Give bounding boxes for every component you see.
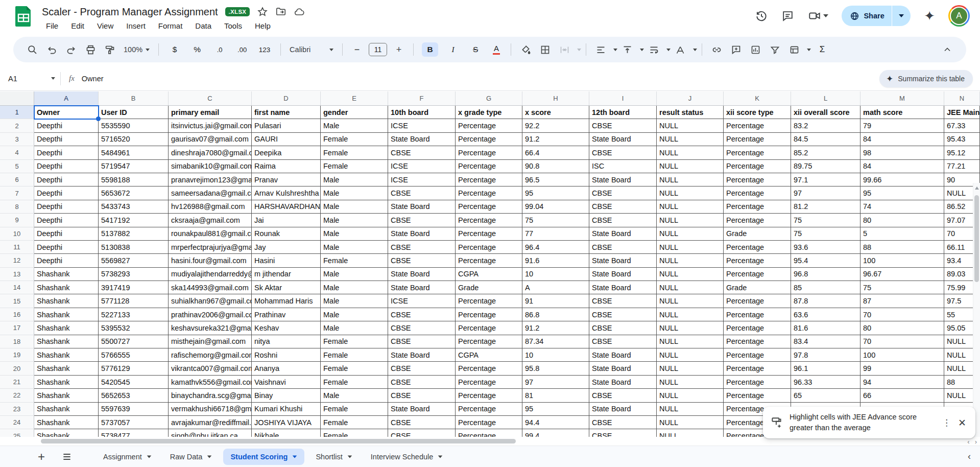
cell-C9[interactable]: cksraaja@gmail.com [169,214,252,227]
more-formats-button[interactable]: 123 [257,43,272,56]
cell-E18[interactable]: Female [321,335,388,348]
menu-file[interactable]: File [42,20,62,31]
menu-tools[interactable]: Tools [220,20,246,31]
cell-A1[interactable]: Owner [34,106,99,119]
cell-A3[interactable]: Deepthi [34,133,99,146]
cell-F5[interactable]: ICSE [388,160,456,173]
cell-C21[interactable]: kamathvk556@gmail.com [169,376,252,389]
cell-K21[interactable]: Percentage [724,376,791,389]
cell-D23[interactable]: Kumari Khushi [252,403,321,416]
cell-G24[interactable]: Percentage [456,416,522,429]
cell-D1[interactable]: first name [252,106,321,119]
cell-B12[interactable]: 5569827 [99,254,169,267]
row-number-8[interactable]: 8 [0,200,34,214]
cell-B18[interactable]: 5500727 [99,335,169,348]
cell-J14[interactable]: NULL [657,281,724,294]
cell-J7[interactable]: NULL [657,186,724,200]
cell-L15[interactable]: 87.8 [791,294,861,308]
cell-C19[interactable]: rafischemorg@gmail.com [169,348,252,362]
cell-G17[interactable]: Percentage [456,321,522,335]
cell-E25[interactable]: Female [321,429,388,437]
cell-B1[interactable]: User ID [99,106,169,119]
functions-button[interactable]: Σ [815,43,830,56]
cell-F9[interactable]: CBSE [388,214,456,227]
cell-H2[interactable]: 92.2 [522,119,589,132]
cell-I25[interactable]: CBSE [589,429,657,437]
cell-I18[interactable]: CBSE [589,335,657,348]
column-header-D[interactable]: D [252,91,321,106]
cell-G8[interactable]: Percentage [456,200,522,214]
cell-A6[interactable]: Deepthi [34,173,99,186]
cell-I4[interactable]: CBSE [589,146,657,159]
account-avatar[interactable]: A [948,5,970,27]
cell-E24[interactable]: Female [321,416,388,429]
row-number-14[interactable]: 14 [0,281,34,294]
cell-E20[interactable]: Female [321,362,388,375]
cell-B2[interactable]: 5535590 [99,119,169,132]
column-header-L[interactable]: L [791,91,861,106]
borders-icon[interactable] [539,43,551,56]
menu-insert[interactable]: Insert [122,20,150,31]
cloud-status-icon[interactable] [294,6,305,17]
cell-B13[interactable]: 5738293 [99,268,169,281]
cell-D7[interactable]: Arnav Kulshreshtha [252,186,321,200]
row-number-19[interactable]: 19 [0,348,34,362]
cell-L9[interactable]: 75 [791,214,861,227]
cell-E12[interactable]: Female [321,254,388,267]
cell-H9[interactable]: 75 [522,214,589,227]
row-number-23[interactable]: 23 [0,403,34,416]
cell-I16[interactable]: CBSE [589,308,657,321]
grid-corner[interactable] [0,91,34,106]
cell-F18[interactable]: CBSE [388,335,456,348]
cell-E1[interactable]: gender [321,106,388,119]
cell-B23[interactable]: 5597639 [99,403,169,416]
column-header-K[interactable]: K [724,91,791,106]
text-rotation-caret-icon[interactable] [693,49,697,51]
row-number-2[interactable]: 2 [0,119,34,132]
cell-D22[interactable]: Binay [252,389,321,402]
insert-chart-icon[interactable] [749,43,761,56]
cell-D13[interactable]: m jithendar [252,268,321,281]
cell-M6[interactable]: 99.66 [861,173,944,186]
cell-F25[interactable]: CBSE [388,429,456,437]
formula-input[interactable]: Owner [82,75,104,83]
cell-G10[interactable]: Percentage [456,227,522,241]
tab-caret-icon[interactable] [293,455,297,458]
column-header-H[interactable]: H [522,91,589,106]
fill-color-icon[interactable] [519,43,532,56]
cell-A15[interactable]: Shashank [34,294,99,308]
cell-I21[interactable]: State Board [589,376,657,389]
cell-D15[interactable]: Mohammad Haris [252,294,321,308]
search-menus-icon[interactable] [26,43,38,56]
cell-F22[interactable]: CBSE [388,389,456,402]
cell-G12[interactable]: Percentage [456,254,522,267]
cell-J12[interactable]: NULL [657,254,724,267]
cell-H17[interactable]: 91.2 [522,321,589,335]
cell-B5[interactable]: 5719547 [99,160,169,173]
cell-E7[interactable]: Male [321,186,388,200]
column-header-B[interactable]: B [99,91,169,106]
cell-C1[interactable]: primary email [169,106,252,119]
cell-J19[interactable]: NULL [657,348,724,362]
cell-F24[interactable]: CBSE [388,416,456,429]
comments-icon[interactable] [781,9,795,22]
cell-M8[interactable]: 74 [861,200,944,214]
cell-H5[interactable]: 90.8 [522,160,589,173]
popup-menu-icon[interactable]: ⋮ [938,418,955,427]
cell-L16[interactable]: 63.6 [791,308,861,321]
column-header-J[interactable]: J [657,91,724,106]
cell-A5[interactable]: Deepthi [34,160,99,173]
column-header-G[interactable]: G [456,91,522,106]
gemini-spark-icon[interactable]: ✦ [924,9,935,22]
cell-F10[interactable]: State Board [388,227,456,241]
cell-B24[interactable]: 5737057 [99,416,169,429]
star-icon[interactable] [257,6,268,17]
cell-C6[interactable]: pranavrejimon123@gmail.com [169,173,252,186]
cell-K3[interactable]: Percentage [724,133,791,146]
cell-J17[interactable]: NULL [657,321,724,335]
cell-G1[interactable]: x grade type [456,106,522,119]
cell-H11[interactable]: 96.4 [522,241,589,254]
collapse-panel-icon[interactable]: ‹ [968,451,971,462]
cell-M11[interactable]: 88 [861,241,944,254]
cell-J22[interactable]: NULL [657,389,724,402]
